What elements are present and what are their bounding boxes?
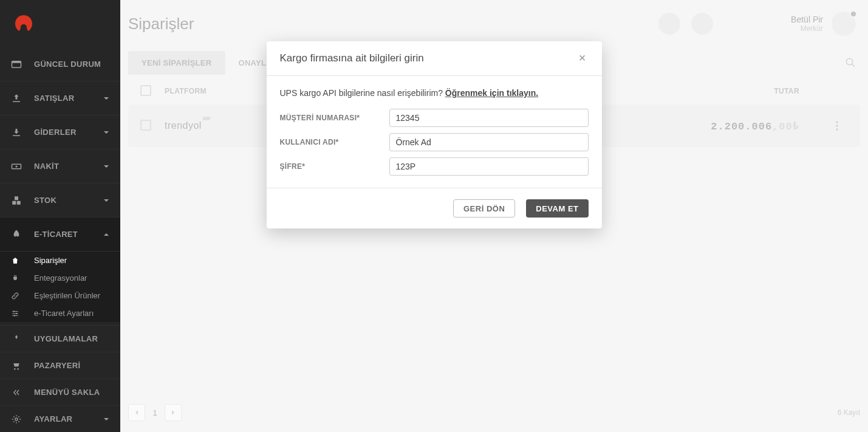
form-row-customer-no: MÜŞTERİ NUMARASI* — [280, 109, 589, 127]
label-customer-no: MÜŞTERİ NUMARASI* — [280, 114, 389, 122]
sidebar-label: SATIŞLAR — [34, 94, 74, 103]
gear-icon — [11, 414, 22, 425]
svg-point-3 — [16, 165, 18, 167]
subnav-matched-products[interactable]: Eşleştirilen Ürünler — [0, 287, 120, 304]
svg-rect-1 — [12, 61, 21, 63]
modal-header: Kargo firmasına ait bilgileri girin × — [267, 41, 602, 76]
sidebar-item-marketplace[interactable]: PAZARYERİ — [0, 352, 120, 379]
label-password: ŞİFRE* — [280, 162, 389, 171]
sidebar-item-hidemenu[interactable]: MENÜYÜ SAKLA — [0, 379, 120, 405]
help-link[interactable]: Öğrenmek için tıklayın. — [445, 88, 538, 98]
modal-footer: GERİ DÖN DEVAM ET — [267, 188, 602, 228]
input-customer-no[interactable] — [389, 109, 589, 127]
modal: Kargo firmasına ait bilgileri girin × UP… — [267, 41, 602, 228]
svg-point-7 — [15, 418, 18, 420]
sidebar-label: MENÜYÜ SAKLA — [34, 388, 100, 397]
download-icon — [11, 127, 22, 138]
collapse-icon — [11, 387, 22, 398]
ecommerce-subnav: Siparişler Entegrasyonlar Eşleştirilen Ü… — [0, 252, 120, 322]
modal-body: UPS kargo API bilgilerine nasıl erişebil… — [267, 76, 602, 188]
app-logo-icon — [12, 12, 36, 36]
help-text: UPS kargo API bilgilerine nasıl erişebil… — [280, 88, 589, 98]
chevron-down-icon — [103, 416, 109, 422]
dashboard-icon — [11, 59, 22, 70]
svg-point-5 — [16, 312, 17, 314]
subnav-label: e-Ticaret Ayarları — [34, 309, 94, 318]
sidebar-item-stock[interactable]: STOK — [0, 183, 120, 218]
sidebar-label: GİDERLER — [34, 128, 77, 137]
sidebar-item-expenses[interactable]: GİDERLER — [0, 115, 120, 149]
rocket-icon — [11, 229, 22, 240]
chevron-down-icon — [103, 163, 109, 170]
sidebar-label: AYARLAR — [34, 414, 72, 423]
subnav-orders[interactable]: Siparişler — [0, 252, 120, 269]
form-row-password: ŞİFRE* — [280, 157, 589, 176]
upload-icon — [11, 93, 22, 104]
close-icon: × — [579, 51, 586, 64]
nav: GÜNCEL DURUM SATIŞLAR GİDERLER NAKİT STO… — [0, 47, 120, 325]
back-button[interactable]: GERİ DÖN — [453, 199, 515, 218]
sidebar-label: UYGULAMALAR — [34, 334, 98, 343]
subnav-label: Siparişler — [34, 256, 67, 265]
cart-icon — [11, 360, 22, 371]
form-row-username: KULLANICI ADI* — [280, 133, 589, 151]
plug-icon — [11, 274, 19, 283]
sidebar-label: STOK — [34, 196, 56, 205]
boxes-icon — [11, 195, 22, 206]
modal-close-button[interactable]: × — [576, 52, 589, 64]
sidebar-label: E-TİCARET — [34, 230, 78, 239]
nav-bottom: UYGULAMALAR PAZARYERİ MENÜYÜ SAKLA AYARL… — [0, 325, 120, 432]
sidebar-label: GÜNCEL DURUM — [34, 60, 101, 69]
input-password[interactable] — [389, 157, 589, 176]
logo-area — [0, 0, 120, 47]
sidebar-item-dashboard[interactable]: GÜNCEL DURUM — [0, 47, 120, 81]
chevron-down-icon — [103, 95, 109, 101]
sidebar-item-sales[interactable]: SATIŞLAR — [0, 81, 120, 115]
subnav-label: Entegrasyonlar — [34, 273, 87, 283]
cash-icon — [11, 161, 22, 172]
subnav-integrations[interactable]: Entegrasyonlar — [0, 269, 120, 287]
chevron-up-icon — [103, 231, 109, 238]
continue-button[interactable]: DEVAM ET — [526, 199, 588, 218]
modal-title: Kargo firmasına ait bilgileri girin — [280, 52, 576, 64]
label-username: KULLANICI ADI* — [280, 138, 389, 146]
sidebar-label: PAZARYERİ — [34, 361, 80, 370]
link-icon — [11, 292, 19, 300]
sidebar-item-cash[interactable]: NAKİT — [0, 149, 120, 183]
sidebar-item-apps[interactable]: UYGULAMALAR — [0, 325, 120, 352]
svg-point-4 — [13, 310, 15, 312]
sliders-icon — [11, 309, 19, 318]
chevron-down-icon — [103, 129, 109, 135]
sidebar-label: NAKİT — [34, 162, 59, 171]
sidebar-item-ecommerce[interactable]: E-TİCARET — [0, 218, 120, 252]
bag-icon — [11, 256, 19, 265]
chevron-down-icon — [103, 197, 109, 204]
sidebar: GÜNCEL DURUM SATIŞLAR GİDERLER NAKİT STO… — [0, 0, 120, 432]
svg-point-6 — [14, 315, 15, 316]
subnav-label: Eşleştirilen Ürünler — [34, 291, 100, 300]
sidebar-item-settings[interactable]: AYARLAR — [0, 405, 120, 432]
subnav-ecommerce-settings[interactable]: e-Ticaret Ayarları — [0, 304, 120, 322]
input-username[interactable] — [389, 133, 589, 151]
apps-icon — [11, 334, 22, 345]
